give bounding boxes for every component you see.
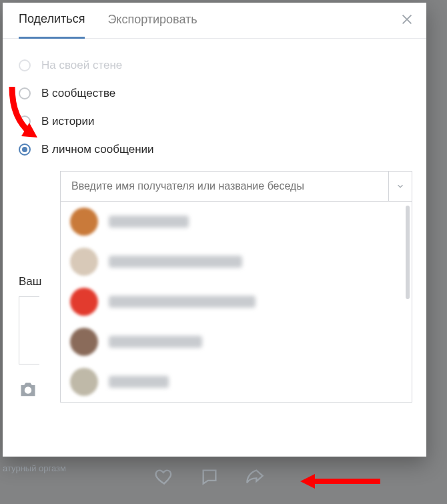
- recipient-input-wrap[interactable]: [60, 171, 412, 202]
- chevron-down-icon: [396, 182, 405, 191]
- annotation-arrow-share: [300, 471, 380, 494]
- option-label: В личном сообщении: [41, 143, 154, 156]
- option-story[interactable]: В истории: [19, 115, 410, 128]
- radio-icon: [19, 59, 31, 71]
- share-modal: Поделиться Экспортировать На своей стене…: [3, 3, 426, 457]
- option-label: В истории: [41, 115, 95, 128]
- radio-icon: [19, 144, 31, 156]
- contact-name-blurred: [109, 296, 256, 308]
- comment-label-truncated: Ваш: [19, 275, 41, 288]
- dropdown-toggle[interactable]: [388, 172, 412, 201]
- share-options: На своей стене В сообществе В истории В …: [3, 39, 426, 403]
- tab-export[interactable]: Экспортировать: [107, 13, 197, 37]
- option-community[interactable]: В сообществе: [19, 87, 410, 100]
- tab-share[interactable]: Поделиться: [19, 12, 85, 39]
- option-label: На своей стене: [41, 59, 122, 72]
- avatar: [70, 208, 98, 236]
- list-item[interactable]: [61, 242, 412, 282]
- share-icon[interactable]: [246, 467, 264, 489]
- close-icon: [400, 12, 414, 27]
- list-item[interactable]: [61, 362, 412, 402]
- like-icon[interactable]: [155, 467, 173, 489]
- comment-icon[interactable]: [200, 467, 219, 489]
- list-item[interactable]: [61, 282, 412, 322]
- svg-marker-1: [300, 474, 315, 489]
- radio-icon: [19, 87, 31, 99]
- recipient-input[interactable]: [61, 180, 388, 192]
- modal-tabs: Поделиться Экспортировать: [3, 3, 426, 39]
- contact-name-blurred: [109, 216, 189, 228]
- option-message[interactable]: В личном сообщении: [19, 143, 410, 156]
- radio-icon: [19, 115, 31, 128]
- contact-name-blurred: [109, 376, 169, 388]
- contact-name-blurred: [109, 336, 202, 348]
- post-action-bar: [155, 467, 264, 489]
- camera-icon: [19, 382, 37, 398]
- option-label: В сообществе: [41, 87, 115, 100]
- avatar: [70, 288, 98, 316]
- list-item[interactable]: [61, 322, 412, 362]
- list-item[interactable]: [61, 202, 412, 242]
- avatar: [70, 248, 98, 276]
- contact-name-blurred: [109, 256, 242, 268]
- recipient-picker: [60, 171, 412, 403]
- avatar: [70, 328, 98, 356]
- comment-box-truncated[interactable]: [19, 296, 39, 364]
- attach-photo-button[interactable]: [19, 382, 37, 401]
- option-wall[interactable]: На своей стене: [19, 59, 410, 72]
- close-button[interactable]: [400, 12, 414, 29]
- recipient-dropdown[interactable]: [60, 202, 412, 403]
- avatar: [70, 368, 98, 396]
